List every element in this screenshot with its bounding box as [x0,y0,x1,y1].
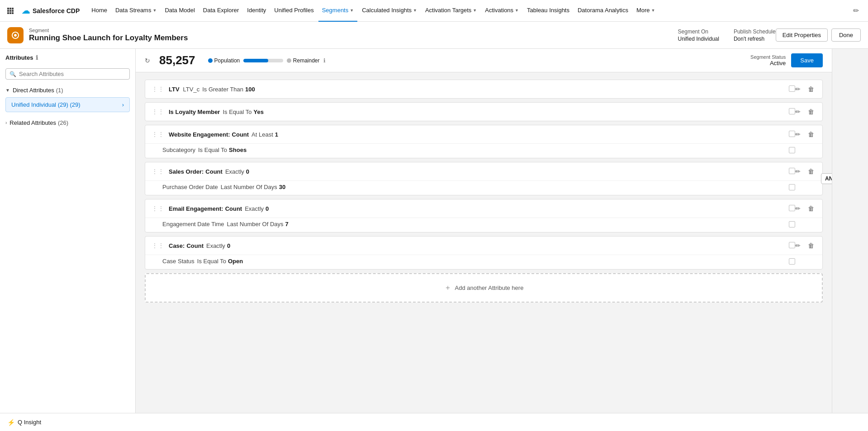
drag-handle-icon[interactable]: ⋮⋮ [152,85,164,93]
edit-icon[interactable]: ✏ [848,6,864,15]
drag-handle-icon[interactable]: ⋮⋮ [152,108,164,115]
segment-icon [7,27,24,43]
segment-title: Running Shoe Launch for Loyalty Members [29,33,660,43]
rule-email: ⋮⋮ Email Engagement: Count Exactly 0 ✏ 🗑… [145,199,823,232]
segment-on-block: Segment On Unified Individual [678,28,719,42]
rule-email-sub-condition: Last Number Of Days [227,221,284,227]
segment-on-value: Unified Individual [678,36,719,42]
rule-case-sub-checkbox[interactable] [789,258,795,265]
rule-website-sub-checkbox[interactable] [789,147,795,153]
rule-website-actions: ✏ 🗑 [793,130,816,139]
drag-handle-icon[interactable]: ⋮⋮ [152,168,164,175]
delete-rule-email-button[interactable]: 🗑 [806,204,816,213]
rule-sales-sub-checkbox[interactable] [789,184,795,190]
nav-tableau-insights[interactable]: Tableau Insights [523,0,573,22]
rule-case-row: ⋮⋮ Case: Count Exactly 0 ✏ 🗑 [145,237,822,255]
rule-website-row: ⋮⋮ Website Engagement: Count At Least 1 … [145,125,822,143]
delete-rule-website-button[interactable]: 🗑 [806,130,816,139]
nav-more[interactable]: More▼ [633,0,659,22]
done-button[interactable]: Done [831,28,861,42]
grid-icon[interactable] [4,4,17,18]
nav-calculated-insights[interactable]: Calculated Insights▼ [358,0,421,22]
unified-individual-item[interactable]: Unified Individual (29) (29) › [5,97,130,112]
delete-rule-sales-button[interactable]: 🗑 [806,167,816,176]
app-logo[interactable]: ☁ Salesforce CDP [18,6,83,16]
delete-rule-loyalty-button[interactable]: 🗑 [806,107,816,116]
attributes-info-icon[interactable]: ℹ [36,54,38,61]
bottom-bar: ⚡ Q Insight [0,413,868,430]
search-input-wrap: 🔍 [5,68,130,80]
rule-website-title: Website Engagement: [169,131,230,138]
app-name: Salesforce CDP [33,7,80,14]
rule-website-sub-row: Subcategory Is Equal To Shoes [145,143,822,158]
direct-attributes-count: (1) [56,87,63,94]
rule-email-value: 0 [266,205,269,212]
rule-ltv-checkbox[interactable] [789,85,795,92]
progress-bar [243,59,283,62]
rule-sales-sub-condition: Last Number Of Days [221,184,277,190]
rule-sales-checkbox[interactable] [789,168,795,174]
segment-header-actions: Edit Properties Done [776,28,861,42]
rule-website-checkbox[interactable] [789,131,795,137]
rule-sales-value: 0 [246,168,249,175]
stats-bar: ↻ 85,257 Population Remainder ℹ Segment [136,49,832,72]
svg-rect-2 [12,8,14,9]
chevron-down-icon: ▼ [651,8,655,13]
rule-website-count-label: Count [232,131,249,138]
main-layout: Attributes ℹ 🔍 ▼ Direct Attributes (1) U… [0,49,868,430]
rule-sales-title: Sales Order: [169,168,204,175]
drag-handle-icon[interactable]: ⋮⋮ [152,242,164,249]
drag-handle-icon[interactable]: ⋮⋮ [152,131,164,138]
rule-sales-sub-row: Purchase Order Date Last Number Of Days … [145,180,822,195]
segment-on-label: Segment On [678,28,719,35]
rule-case-sub-value: Open [228,258,243,265]
segment-status-block: Segment Status Active [750,54,786,66]
and-connector[interactable]: AND ▼ [821,173,832,184]
rule-email-sub-value: 7 [285,221,289,227]
rule-email-checkbox[interactable] [789,205,795,211]
drag-handle-icon[interactable]: ⋮⋮ [152,205,164,212]
population-legend: Population [208,57,240,64]
nav-home[interactable]: Home [88,0,111,22]
search-attributes-input[interactable] [19,71,126,77]
add-attribute-row[interactable]: ＋ Add another Attribute here [145,273,823,303]
edit-properties-button[interactable]: Edit Properties [776,28,828,42]
lightning-icon: ⚡ [7,419,15,426]
rule-case-condition: Exactly [206,242,225,249]
direct-attributes-header[interactable]: ▼ Direct Attributes (1) [0,83,135,97]
publish-schedule-value: Don't refresh [734,36,776,42]
nav-datorama[interactable]: Datorama Analytics [574,0,632,22]
nav-data-explorer[interactable]: Data Explorer [199,0,242,22]
delete-rule-ltv-button[interactable]: 🗑 [806,85,816,94]
rule-ltv-title: LTV [169,86,180,93]
rule-website-value: 1 [275,131,278,138]
nav-activations[interactable]: Activations▼ [481,0,522,22]
nav-unified-profiles[interactable]: Unified Profiles [270,0,317,22]
rule-loyalty-checkbox[interactable] [789,108,795,114]
main-content: ↻ 85,257 Population Remainder ℹ Segment [136,49,832,430]
rule-email-sub-checkbox[interactable] [789,221,795,227]
svg-rect-8 [12,12,14,14]
rule-loyalty-value: Yes [254,109,264,115]
delete-rule-case-button[interactable]: 🗑 [806,241,816,250]
nav-segments[interactable]: Segments▼ [318,0,357,22]
nav-data-streams[interactable]: Data Streams▼ [112,0,160,22]
rule-ltv: ⋮⋮ LTV LTV_c Is Greater Than 100 ✏ 🗑 [145,80,823,99]
rule-loyalty-title: Is Loyalty Member [169,109,220,115]
rule-email-row: ⋮⋮ Email Engagement: Count Exactly 0 ✏ 🗑 [145,199,822,218]
rule-case-sub-row: Case Status Is Equal To Open [145,255,822,269]
refresh-icon[interactable]: ↻ [145,57,150,64]
rule-email-actions: ✏ 🗑 [793,204,816,213]
nav-activation-targets[interactable]: Activation Targets▼ [422,0,480,22]
save-button[interactable]: Save [791,53,823,67]
stats-info-icon[interactable]: ℹ [323,57,326,64]
rule-case-checkbox[interactable] [789,242,795,248]
nav-data-model[interactable]: Data Model [161,0,198,22]
related-attributes-section[interactable]: › Related Attributes (26) [0,116,135,130]
rule-sales-count-label: Count [205,168,223,175]
chevron-right-icon: › [5,120,7,125]
nav-identity[interactable]: Identity [243,0,270,22]
segment-info: Segment On Unified Individual Publish Sc… [678,28,776,42]
remainder-legend: Remainder [287,57,320,64]
and-label: AND [825,175,832,182]
